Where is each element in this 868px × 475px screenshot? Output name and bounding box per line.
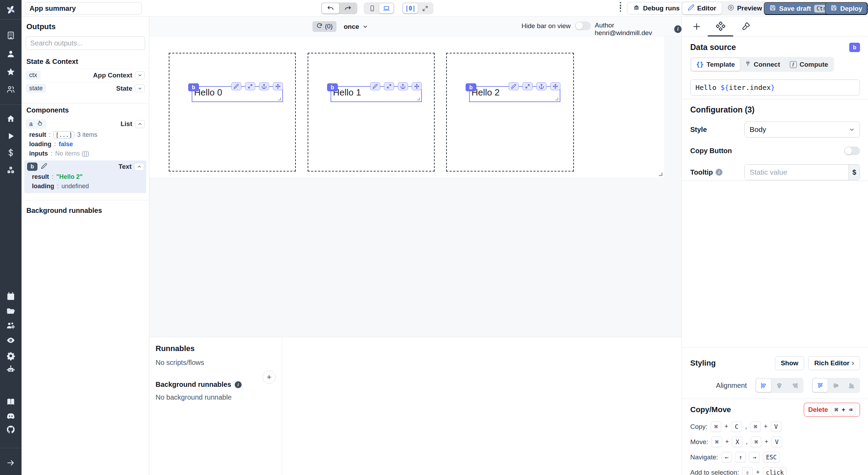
- windmill-logo-icon[interactable]: [6, 5, 16, 15]
- divider: [682, 181, 868, 181]
- center-content-button[interactable]: |0|: [403, 3, 418, 13]
- ctx-row[interactable]: ctx App Context: [22, 68, 149, 82]
- more-options-kebab[interactable]: ⋮⋮: [617, 3, 620, 10]
- app-summary-input[interactable]: [25, 2, 142, 15]
- tooltip-input[interactable]: [745, 165, 849, 180]
- add-background-runnable-button[interactable]: +: [262, 370, 276, 384]
- tab-connect[interactable]: Connect: [740, 58, 785, 71]
- tab-preview[interactable]: Preview: [722, 2, 768, 14]
- resize-handle[interactable]: [417, 98, 420, 100]
- edit-pencil-icon[interactable]: [509, 82, 519, 90]
- refresh-all-button[interactable]: (0): [312, 21, 336, 32]
- anchor-icon[interactable]: [259, 82, 269, 90]
- style-select[interactable]: Body: [744, 122, 860, 138]
- expand-icon[interactable]: [245, 82, 255, 90]
- undo-button[interactable]: [322, 3, 339, 14]
- mobile-view-button[interactable]: [365, 3, 379, 13]
- github-icon[interactable]: [6, 425, 16, 434]
- canvas-area: (0) once Hide bar on view Author henri@w…: [149, 17, 682, 475]
- show-styling-button[interactable]: Show: [775, 356, 804, 370]
- refresh-schedule-dropdown[interactable]: once: [344, 21, 368, 32]
- prop-row-inputs[interactable]: inputs: No items ([]): [22, 149, 149, 158]
- move-icon[interactable]: [412, 82, 422, 90]
- prop-row-loading[interactable]: loading: undefined: [24, 182, 146, 191]
- template-code-input[interactable]: Hello ${iter.index}: [690, 80, 860, 95]
- ai-robot-icon[interactable]: [6, 365, 15, 374]
- text-component-selected[interactable]: b Hello 0: [192, 86, 283, 102]
- rich-editor-button[interactable]: Rich Editor ›: [808, 356, 860, 370]
- chevron-up-icon[interactable]: [134, 163, 144, 171]
- align-center-h-icon[interactable]: [772, 379, 787, 392]
- align-bottom-icon[interactable]: [844, 379, 859, 392]
- delete-component-button[interactable]: Delete ⌘ + ⌫: [804, 403, 860, 417]
- home-icon[interactable]: [6, 114, 15, 123]
- tab-compute[interactable]: ƒ Compute: [785, 58, 833, 71]
- list-item-container[interactable]: b Hello 1: [308, 53, 435, 172]
- edit-pencil-icon[interactable]: [370, 82, 380, 90]
- component-settings-tab[interactable]: [716, 22, 725, 32]
- anchor-icon[interactable]: [536, 82, 546, 90]
- info-icon[interactable]: i: [674, 25, 682, 33]
- user-icon[interactable]: [6, 49, 15, 58]
- app-canvas[interactable]: b Hello 0 b: [149, 36, 664, 177]
- desktop-view-button[interactable]: [379, 3, 393, 13]
- favorites-star-icon[interactable]: [6, 67, 15, 76]
- deploy-button[interactable]: Deploy: [825, 2, 868, 15]
- discord-icon[interactable]: [6, 411, 16, 421]
- copy-button-toggle[interactable]: [844, 147, 860, 155]
- expand-icon[interactable]: [384, 82, 394, 90]
- chevron-down-icon[interactable]: [135, 84, 145, 92]
- tab-editor[interactable]: Editor: [682, 2, 722, 14]
- resize-handle[interactable]: [278, 98, 281, 100]
- audit-eye-icon[interactable]: [6, 336, 15, 345]
- function-square-icon: ƒ: [790, 61, 797, 68]
- prop-row-loading[interactable]: loading: false: [22, 140, 149, 149]
- text-component-selected[interactable]: b Hello 2: [469, 86, 560, 102]
- move-icon[interactable]: [273, 82, 283, 90]
- shortcut-row-add-selection: Add to selection: ⇧+ click: [690, 467, 860, 475]
- docs-book-icon[interactable]: [6, 397, 15, 406]
- info-icon[interactable]: i: [235, 381, 242, 388]
- workers-users-gear-icon[interactable]: [6, 321, 15, 330]
- variables-dollar-icon[interactable]: [6, 148, 15, 157]
- prop-row-result[interactable]: result: [...] 3 items: [22, 130, 149, 140]
- schedules-calendar-icon[interactable]: [6, 292, 15, 301]
- tab-template[interactable]: {} Template: [691, 58, 740, 71]
- canvas-resize-handle[interactable]: [659, 173, 662, 176]
- hide-bar-toggle[interactable]: [575, 22, 591, 30]
- settings-gear-icon[interactable]: [6, 351, 15, 360]
- edit-pencil-icon[interactable]: [41, 163, 47, 170]
- component-b-card[interactable]: b Text result: "Hello 2" loading: undefi…: [24, 160, 146, 193]
- align-top-icon[interactable]: [813, 379, 828, 392]
- theme-brush-tab[interactable]: [742, 22, 751, 32]
- collapse-arrow-icon[interactable]: [6, 458, 15, 467]
- anchor-icon[interactable]: [398, 82, 408, 90]
- list-item-container[interactable]: b Hello 0: [169, 53, 296, 172]
- fullscreen-button[interactable]: [418, 3, 432, 13]
- state-row[interactable]: state State: [22, 82, 149, 95]
- workspace-icon[interactable]: [6, 31, 15, 40]
- debug-runs-button[interactable]: Debug runs: [627, 2, 686, 15]
- align-right-icon[interactable]: [787, 379, 802, 392]
- edit-pencil-icon[interactable]: [231, 82, 241, 90]
- align-center-v-icon[interactable]: [828, 379, 843, 392]
- static-value-toggle[interactable]: $: [849, 165, 860, 180]
- folders-icon[interactable]: [6, 307, 15, 316]
- resources-boxes-icon[interactable]: [6, 166, 15, 175]
- align-left-icon[interactable]: [756, 379, 771, 392]
- info-icon[interactable]: i: [716, 169, 723, 176]
- insert-component-tab[interactable]: [692, 22, 701, 32]
- chevron-down-icon[interactable]: [135, 71, 145, 79]
- search-outputs-input[interactable]: [26, 36, 145, 50]
- groups-icon[interactable]: [6, 85, 15, 94]
- list-item-container[interactable]: b Hello 2: [446, 53, 574, 172]
- resize-handle[interactable]: [556, 98, 558, 100]
- text-component-selected[interactable]: b Hello 1: [331, 86, 422, 102]
- move-icon[interactable]: [550, 82, 560, 90]
- expand-icon[interactable]: [523, 82, 533, 90]
- redo-button[interactable]: [339, 3, 357, 14]
- component-a-header[interactable]: a List: [22, 117, 149, 130]
- prop-row-result[interactable]: result: "Hello 2": [24, 172, 146, 182]
- runs-play-icon[interactable]: [6, 132, 15, 141]
- chevron-up-icon[interactable]: [135, 120, 145, 128]
